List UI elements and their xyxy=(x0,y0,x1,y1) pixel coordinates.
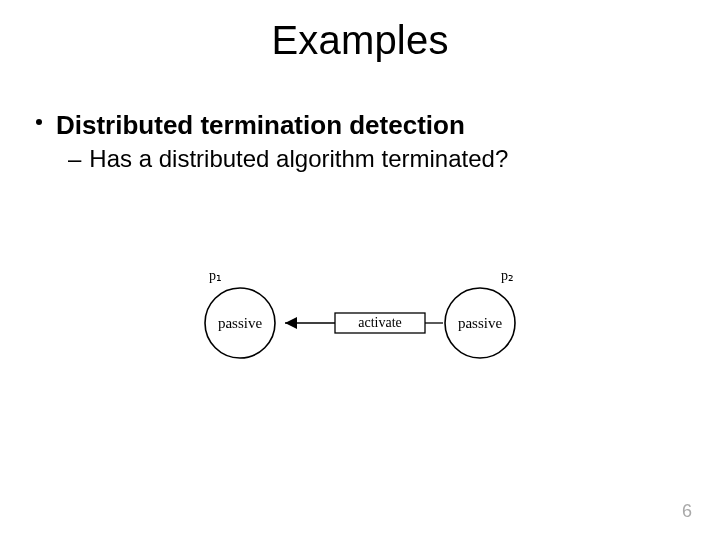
page-number: 6 xyxy=(682,501,692,522)
arrow-head-icon xyxy=(285,317,297,329)
slide-title: Examples xyxy=(0,18,720,63)
bullet-sub-text: Has a distributed algorithm terminated? xyxy=(89,145,508,173)
bullet-level-2: – Has a distributed algorithm terminated… xyxy=(68,145,674,173)
bullet-level-1: Distributed termination detection xyxy=(34,110,674,141)
right-process-state: passive xyxy=(458,315,503,331)
termination-diagram: passive p₁ passive p₂ activate xyxy=(185,258,535,378)
bullet-main-text: Distributed termination detection xyxy=(56,110,465,141)
bullet-dot-icon xyxy=(36,119,42,125)
right-process-id: p₂ xyxy=(501,268,514,283)
left-process-state: passive xyxy=(218,315,263,331)
message-label: activate xyxy=(358,315,402,330)
bullet-dash-icon: – xyxy=(68,145,81,173)
left-process-id: p₁ xyxy=(209,268,222,283)
slide: Examples Distributed termination detecti… xyxy=(0,0,720,540)
slide-body: Distributed termination detection – Has … xyxy=(34,110,674,173)
